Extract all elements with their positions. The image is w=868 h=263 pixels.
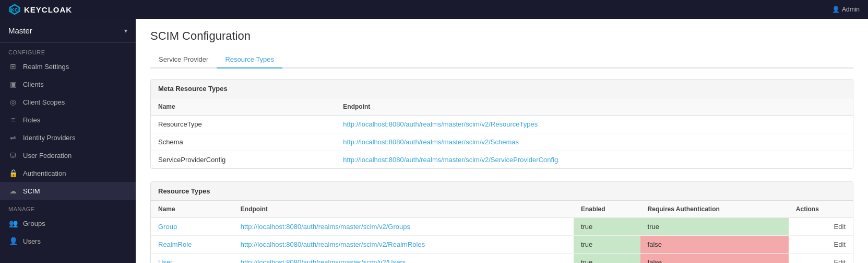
roles-icon: ≡ [8,116,18,124]
realm-title: Master [8,26,32,35]
table-row: RealmRole http://localhost:8080/auth/rea… [151,236,853,254]
res-endpoint-link-2[interactable]: http://localhost:8080/auth/realms/master… [241,258,406,263]
topbar: KC KEYCLOAK 👤 Admin [0,0,868,19]
res-endpoint-cell: http://localhost:8080/auth/realms/master… [233,236,574,254]
res-name-link-0[interactable]: Group [158,223,177,231]
table-row: ResourceType http://localhost:8080/auth/… [151,116,853,133]
edit-button-1[interactable]: Edit [834,241,846,248]
tab-service-provider[interactable]: Service Provider [150,51,217,68]
manage-section-label: Manage [0,200,136,214]
sidebar-item-groups[interactable]: 👥 Groups [0,214,136,232]
tab-resource-types[interactable]: Resource Types [217,51,282,68]
res-enabled-cell-2: true [574,254,640,264]
res-enabled-cell-0: true [574,218,640,236]
sidebar-item-label: Clients [23,81,44,88]
sidebar-item-label: Groups [23,220,45,227]
user-menu[interactable]: 👤 Admin [832,6,860,13]
sidebar-item-label: Client Scopes [23,98,65,106]
edit-button-0[interactable]: Edit [834,223,846,231]
sidebar-item-realm-settings[interactable]: ⊞ Realm Settings [0,58,136,75]
sidebar-item-client-scopes[interactable]: ◎ Client Scopes [0,93,136,111]
logo-text: KEYCLOAK [24,5,72,14]
res-auth-cell-0: true [640,218,789,236]
sidebar-item-authentication[interactable]: 🔒 Authentication [0,164,136,182]
res-auth-cell-2: false [640,254,789,264]
edit-button-2[interactable]: Edit [834,258,846,263]
res-endpoint-link-0[interactable]: http://localhost:8080/auth/realms/master… [241,223,410,231]
keycloak-logo-icon: KC [8,3,21,16]
sidebar-item-label: SCIM [23,187,40,195]
sidebar-item-label: Roles [23,116,40,124]
res-endpoint-link-1[interactable]: http://localhost:8080/auth/realms/master… [241,241,425,248]
realm-selector[interactable]: Master ▾ [0,19,136,43]
grid-icon: ⊞ [8,62,18,71]
meta-col-endpoint: Endpoint [336,98,853,116]
sidebar-item-roles[interactable]: ≡ Roles [0,111,136,129]
meta-section-header: Meta Resource Types [151,79,853,98]
sidebar-item-label: User Federation [23,152,72,159]
lock-icon: 🔒 [8,169,18,177]
res-col-enabled: Enabled [574,201,640,218]
res-actions-cell-1: Edit [789,236,853,254]
res-col-name: Name [151,201,233,218]
resource-table: Name Endpoint Enabled Requires Authentic… [151,201,853,263]
res-name-cell: RealmRole [151,236,233,254]
users-icon: 👤 [8,237,18,245]
resource-types-section: Resource Types Name Endpoint Enabled Req… [150,181,853,263]
res-name-link-2[interactable]: User [158,258,172,263]
meta-resource-table: Name Endpoint ResourceType http://localh… [151,98,853,168]
meta-endpoint-link-2[interactable]: http://localhost:8080/auth/realms/master… [343,156,558,164]
page-title: SCIM Configuration [150,29,853,43]
meta-name-cell: ServiceProviderConfig [151,151,336,169]
meta-endpoint-link-1[interactable]: http://localhost:8080/auth/realms/master… [343,138,519,146]
sidebar-item-label: Authentication [23,169,66,177]
user-icon: 👤 [832,6,840,13]
table-row: Schema http://localhost:8080/auth/realms… [151,133,853,151]
table-row: ServiceProviderConfig http://localhost:8… [151,151,853,169]
scope-icon: ◎ [8,98,18,106]
identity-icon: ⇌ [8,133,18,142]
res-endpoint-cell: http://localhost:8080/auth/realms/master… [233,218,574,236]
logo: KC KEYCLOAK [8,3,72,16]
res-name-link-1[interactable]: RealmRole [158,241,192,248]
main-content: SCIM Configuration Service Provider Reso… [136,19,868,263]
meta-endpoint-cell: http://localhost:8080/auth/realms/master… [336,116,853,133]
table-row: Group http://localhost:8080/auth/realms/… [151,218,853,236]
svg-text:KC: KC [11,8,18,13]
meta-name-cell: Schema [151,133,336,151]
groups-icon: 👥 [8,219,18,227]
res-actions-cell-0: Edit [789,218,853,236]
sidebar-item-user-federation[interactable]: ⛁ User Federation [0,146,136,164]
cloud-icon: ☁ [8,187,18,195]
res-actions-cell-2: Edit [789,254,853,264]
sidebar-item-scim[interactable]: ☁ SCIM [0,182,136,200]
federation-icon: ⛁ [8,151,18,159]
meta-col-name: Name [151,98,336,116]
res-col-endpoint: Endpoint [233,201,574,218]
realm-chevron-icon: ▾ [124,27,127,35]
sidebar-item-label: Users [23,237,41,245]
res-endpoint-cell: http://localhost:8080/auth/realms/master… [233,254,574,264]
res-col-auth: Requires Authentication [640,201,789,218]
sidebar-item-identity-providers[interactable]: ⇌ Identity Providers [0,129,136,146]
tab-bar: Service Provider Resource Types [150,51,853,68]
sidebar-item-clients[interactable]: ▣ Clients [0,75,136,93]
res-auth-cell-1: false [640,236,789,254]
user-label: Admin [842,6,860,13]
resource-section-header: Resource Types [151,182,853,201]
sidebar-item-label: Identity Providers [23,134,75,142]
res-enabled-cell-1: true [574,236,640,254]
configure-section-label: Configure [0,43,136,58]
sidebar-item-users[interactable]: 👤 Users [0,232,136,250]
sidebar: Master ▾ Configure ⊞ Realm Settings ▣ Cl… [0,19,136,263]
meta-endpoint-cell: http://localhost:8080/auth/realms/master… [336,133,853,151]
res-col-actions: Actions [789,201,853,218]
res-name-cell: User [151,254,233,264]
meta-name-cell: ResourceType [151,116,336,133]
clients-icon: ▣ [8,80,18,88]
sidebar-item-label: Realm Settings [23,63,69,71]
meta-resource-types-section: Meta Resource Types Name Endpoint Resour… [150,79,853,169]
meta-endpoint-link-0[interactable]: http://localhost:8080/auth/realms/master… [343,120,538,128]
res-name-cell: Group [151,218,233,236]
table-row: User http://localhost:8080/auth/realms/m… [151,254,853,264]
